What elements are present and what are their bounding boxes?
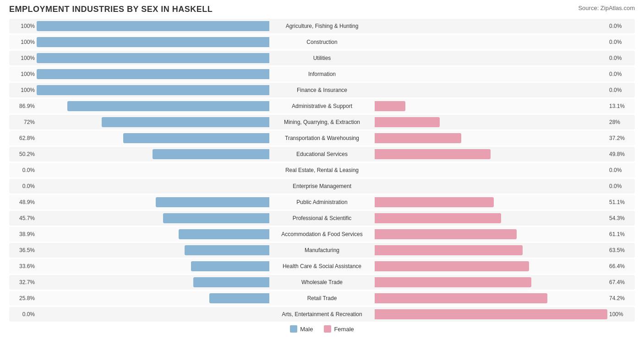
- right-value: 0.0%: [607, 71, 634, 77]
- male-bar: [193, 277, 269, 287]
- left-value: 100%: [10, 71, 37, 77]
- right-bar-area: [375, 259, 607, 274]
- right-value: 61.1%: [607, 231, 634, 237]
- left-value: 33.6%: [10, 263, 37, 269]
- industry-label: Transportation & Warehousing: [269, 135, 375, 141]
- right-bar-area: [375, 291, 607, 306]
- left-value: 50.2%: [10, 151, 37, 157]
- bar-row: 100% Agriculture, Fishing & Hunting 0.0%: [9, 19, 635, 33]
- chart-title: EMPLOYMENT INDUSTRIES BY SEX IN HASKELL: [9, 5, 213, 14]
- right-value: 13.1%: [607, 103, 634, 109]
- right-bar-area: [375, 163, 607, 178]
- left-bar-area: [37, 307, 269, 322]
- male-bar: [67, 101, 269, 111]
- bar-row: 36.5% Manufacturing 63.5%: [9, 243, 635, 258]
- bar-row: 100% Information 0.0%: [9, 67, 635, 81]
- female-bar: [375, 101, 405, 111]
- female-bar: [375, 197, 494, 207]
- left-value: 48.9%: [10, 199, 37, 205]
- industry-label: Information: [269, 71, 375, 77]
- legend-male-label: Male: [300, 326, 313, 333]
- bar-row: 50.2% Educational Services 49.8%: [9, 147, 635, 161]
- bar-row: 100% Utilities 0.0%: [9, 51, 635, 65]
- bar-row: 72% Mining, Quarrying, & Extraction 28%: [9, 115, 635, 129]
- bar-row: 45.7% Professional & Scientific 54.3%: [9, 211, 635, 226]
- right-value: 66.4%: [607, 263, 634, 269]
- industry-label: Construction: [269, 39, 375, 45]
- left-bar-area: [37, 275, 269, 290]
- male-bar: [37, 21, 269, 31]
- left-bar-area: [37, 291, 269, 306]
- left-value: 0.0%: [10, 311, 37, 317]
- left-bar-area: [37, 51, 269, 65]
- male-bar: [153, 149, 269, 159]
- left-bar-area: [37, 35, 269, 49]
- female-bar: [375, 117, 440, 127]
- left-bar-area: [37, 163, 269, 178]
- legend-male-box: [290, 325, 297, 333]
- male-bar: [102, 117, 269, 127]
- industry-label: Arts, Entertainment & Recreation: [269, 311, 375, 317]
- left-value: 45.7%: [10, 215, 37, 221]
- bar-row: 100% Construction 0.0%: [9, 35, 635, 49]
- right-bar-area: [375, 147, 607, 161]
- right-value: 54.3%: [607, 215, 634, 221]
- right-value: 0.0%: [607, 39, 634, 45]
- female-bar: [375, 149, 491, 159]
- male-bar: [37, 69, 269, 79]
- right-value: 0.0%: [607, 23, 634, 29]
- left-value: 36.5%: [10, 247, 37, 253]
- left-bar-area: [37, 131, 269, 145]
- left-bar-area: [37, 19, 269, 33]
- industry-label: Retail Trade: [269, 295, 375, 301]
- right-bar-area: [375, 67, 607, 81]
- male-bar: [185, 245, 269, 255]
- right-value: 63.5%: [607, 247, 634, 253]
- chart-container: 100% Agriculture, Fishing & Hunting 0.0%…: [9, 19, 635, 322]
- female-bar: [375, 213, 501, 223]
- female-bar: [375, 293, 547, 303]
- left-bar-area: [37, 179, 269, 194]
- female-bar: [375, 133, 461, 143]
- left-bar-area: [37, 211, 269, 226]
- left-bar-area: [37, 83, 269, 97]
- left-bar-area: [37, 243, 269, 258]
- bar-row: 38.9% Accommodation & Food Services 61.1…: [9, 227, 635, 242]
- legend: Male Female: [9, 325, 635, 333]
- right-value: 74.2%: [607, 295, 634, 301]
- male-bar: [123, 133, 269, 143]
- left-value: 100%: [10, 55, 37, 61]
- male-bar: [37, 53, 269, 63]
- right-value: 28%: [607, 119, 634, 125]
- female-bar: [375, 309, 607, 319]
- bar-row: 0.0% Real Estate, Rental & Leasing 0.0%: [9, 163, 635, 178]
- industry-label: Utilities: [269, 55, 375, 61]
- industry-label: Agriculture, Fishing & Hunting: [269, 23, 375, 29]
- bar-row: 32.7% Wholesale Trade 67.4%: [9, 275, 635, 290]
- industry-label: Finance & Insurance: [269, 87, 375, 93]
- legend-male: Male: [290, 325, 313, 333]
- left-bar-area: [37, 99, 269, 113]
- left-value: 86.9%: [10, 103, 37, 109]
- right-bar-area: [375, 275, 607, 290]
- left-value: 100%: [10, 87, 37, 93]
- left-bar-area: [37, 115, 269, 129]
- bar-row: 48.9% Public Administration 51.1%: [9, 195, 635, 210]
- legend-female: Female: [324, 325, 354, 333]
- left-value: 62.8%: [10, 135, 37, 141]
- right-value: 100%: [607, 311, 634, 317]
- female-bar: [375, 229, 517, 239]
- right-value: 49.8%: [607, 151, 634, 157]
- right-bar-area: [375, 179, 607, 194]
- left-bar-area: [37, 67, 269, 81]
- right-value: 0.0%: [607, 87, 634, 93]
- industry-label: Administrative & Support: [269, 103, 375, 109]
- right-value: 51.1%: [607, 199, 634, 205]
- left-bar-area: [37, 147, 269, 161]
- left-value: 32.7%: [10, 279, 37, 285]
- right-bar-area: [375, 195, 607, 210]
- bar-row: 86.9% Administrative & Support 13.1%: [9, 99, 635, 113]
- industry-label: Manufacturing: [269, 247, 375, 253]
- bar-row: 0.0% Arts, Entertainment & Recreation 10…: [9, 307, 635, 322]
- right-bar-area: [375, 131, 607, 145]
